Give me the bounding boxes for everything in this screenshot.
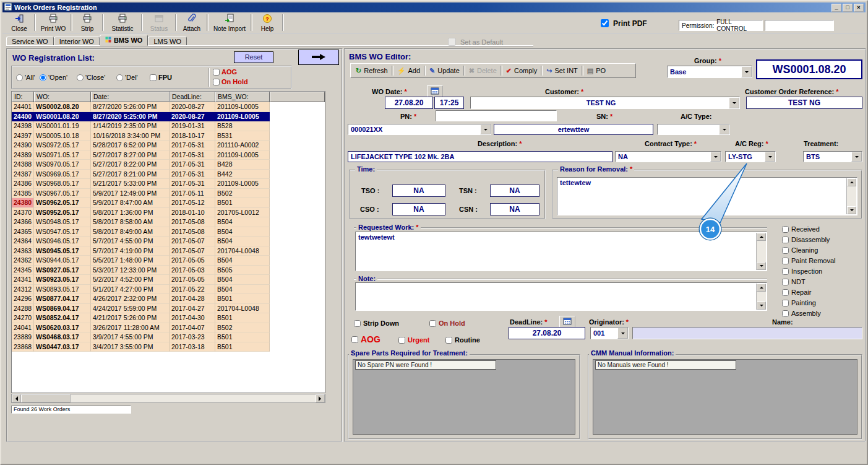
print-pdf-checkbox[interactable]: Print PDF [598,17,647,29]
treatment-step-checkbox[interactable] [782,289,789,296]
treatment-step-painting[interactable]: Painting [782,299,865,306]
on-hold-input[interactable] [429,320,436,327]
table-row[interactable]: 24312WS0893.05.175/1/2017 4:27:00 PM2017… [12,285,325,295]
table-row[interactable]: 24270WS0852.04.174/21/2017 5:26:00 PM201… [12,313,325,323]
po-button[interactable]: ▤PO [584,66,609,76]
table-row[interactable]: 24366WS0948.05.175/8/2017 8:58:00 AM2017… [12,217,325,227]
dropdown-button[interactable] [617,328,628,339]
treatment-step-cleaning[interactable]: Cleaning [782,246,865,254]
print-wo-button[interactable]: Print WO [37,12,70,33]
column-header-date[interactable]: Date: [91,92,170,102]
scroll-left-button[interactable] [12,394,21,402]
treatment-step-inspection[interactable]: Inspection [782,267,865,275]
treatment-step-received[interactable]: Received [782,225,865,233]
dropdown-button[interactable] [729,97,739,108]
sn-field[interactable]: ertewttew [494,124,653,135]
add-button[interactable]: ⚡Add [394,66,423,76]
treatment-step-checkbox[interactable] [782,310,789,317]
table-row[interactable]: 24398WS0001.01.191/14/2019 2:35:00 PM201… [12,121,325,131]
strip-down-checkbox[interactable]: Strip Down [354,319,399,327]
close-window-button[interactable]: × [854,4,864,12]
treatment-combo[interactable]: BTS [803,151,862,162]
treatment-step-ndt[interactable]: NDT [782,278,865,285]
note-import-button[interactable]: Note Import [209,12,250,33]
deadline-calendar-button[interactable] [559,316,575,328]
filter-aog-checkbox[interactable]: AOG [213,68,237,76]
help-button[interactable]: ? Help [253,12,281,33]
aog-input[interactable] [213,69,220,76]
pn-combo[interactable]: 000021XX [348,124,491,135]
customer-order-reference-field[interactable]: TEST NG [746,97,862,109]
name-field[interactable] [632,327,862,339]
column-header-wo[interactable]: WO: [34,92,91,102]
treatment-step-disassembly[interactable]: Disassembly [782,236,865,243]
filter-radio-del[interactable]: 'Del' [116,74,138,81]
column-header-bms-wo[interactable]: BMS_WO: [215,92,270,102]
wo-date-calendar-button[interactable] [427,85,443,98]
dropdown-button[interactable] [480,124,491,134]
ac-type-combo[interactable] [657,124,730,135]
dropdown-button[interactable] [741,66,752,77]
deadline-field[interactable]: 27.08.20 [509,327,585,339]
table-row[interactable]: 24400WS0001.08.208/27/2020 5:25:00 PM202… [12,112,325,122]
table-row[interactable]: 24380WS0962.05.175/9/2017 8:47:00 AM2017… [12,198,325,208]
table-row[interactable]: 24386WS0968.05.175/21/2017 5:33:00 PM201… [12,179,325,189]
on-hold-checkbox[interactable]: On Hold [429,319,465,327]
tab-lms-wo[interactable]: LMS WO [148,37,187,46]
table-row[interactable]: 24370WS0952.05.175/8/2017 1:36:00 PM2018… [12,208,325,218]
table-row[interactable]: 24345WS0927.05.175/3/2017 12:33:00 PM201… [12,266,325,276]
table-row[interactable]: 24041WS0620.03.173/26/2017 11:28:00 AM20… [12,323,325,333]
tab-bms-wo[interactable]: BMS WO [100,35,148,46]
aog-input[interactable] [351,336,358,343]
table-row[interactable]: 23868WS0447.03.173/4/2017 3:55:00 PM2017… [12,342,325,352]
attach-button[interactable]: Attach [178,12,206,33]
scroll-up-button[interactable] [847,178,856,186]
strip-down-input[interactable] [354,320,361,327]
on-hold-input[interactable] [213,79,220,85]
tab-interior-wo[interactable]: Interior WO [54,37,100,46]
table-row[interactable]: 24364WS0946.05.175/7/2017 4:55:00 PM2017… [12,237,325,246]
csn-field[interactable]: NA [490,203,539,215]
scroll-down-button[interactable] [757,302,766,310]
note-textarea[interactable] [355,282,767,311]
reset-button[interactable]: Reset [234,51,273,63]
scrollbar-thumb[interactable] [21,394,71,402]
routine-input[interactable] [445,337,452,344]
tsn-field[interactable]: NA [490,185,539,197]
filter-radio-all[interactable]: 'All' [16,74,35,81]
column-header-id[interactable]: ID: [12,92,34,102]
radio-open[interactable] [40,74,46,81]
scroll-up-button[interactable] [757,284,766,292]
filter-radio-open[interactable]: 'Open' [40,74,67,81]
vertical-scrollbar[interactable] [756,284,766,310]
cso-field[interactable]: NA [392,203,445,215]
routine-checkbox[interactable]: Routine [445,336,480,344]
treatment-step-paint-removal[interactable]: Paint Removal [782,257,865,264]
treatment-step-checkbox[interactable] [782,247,789,254]
table-row[interactable]: 24296WS0877.04.174/26/2017 2:32:00 PM201… [12,294,325,304]
originator-combo[interactable]: 001 [590,327,629,339]
horizontal-scrollbar[interactable] [11,394,325,403]
filter-on-hold-checkbox[interactable]: On Hold [213,78,248,85]
scroll-down-button[interactable] [757,262,766,270]
tab-service-wo[interactable]: Service WO [6,37,54,46]
wo-date-field[interactable]: 27.08.20 [385,97,433,109]
treatment-step-repair[interactable]: Repair [782,289,865,296]
tso-field[interactable]: NA [392,185,445,197]
treatment-step-assembly[interactable]: Assembly [782,310,865,317]
print-pdf-input[interactable] [601,19,609,27]
treatment-step-checkbox[interactable] [782,268,789,275]
table-row[interactable]: 23889WS0468.03.173/9/2017 4:55:00 PM2017… [12,332,325,342]
table-row[interactable]: 24397WS0005.10.1810/16/2018 3:34:00 PM20… [12,131,325,141]
table-row[interactable]: 24365WS0947.05.175/8/2017 8:49:00 AM2017… [12,227,325,237]
scroll-right-button[interactable] [316,394,325,402]
scrollbar-track[interactable] [71,394,316,402]
radio-close[interactable] [77,74,84,81]
set-int-button[interactable]: ↪Set INT [543,66,581,76]
update-button[interactable]: ✎Update [426,66,463,76]
table-row[interactable]: 24388WS0970.05.175/27/2017 8:22:00 PM201… [12,160,325,170]
table-row[interactable]: 24341WS0923.05.175/2/2017 4:52:00 PM2017… [12,275,325,285]
radio-del[interactable] [116,74,123,81]
group-combo[interactable]: Base [667,66,752,78]
table-row[interactable]: 24385WS0967.05.175/9/2017 12:49:00 PM201… [12,189,325,199]
